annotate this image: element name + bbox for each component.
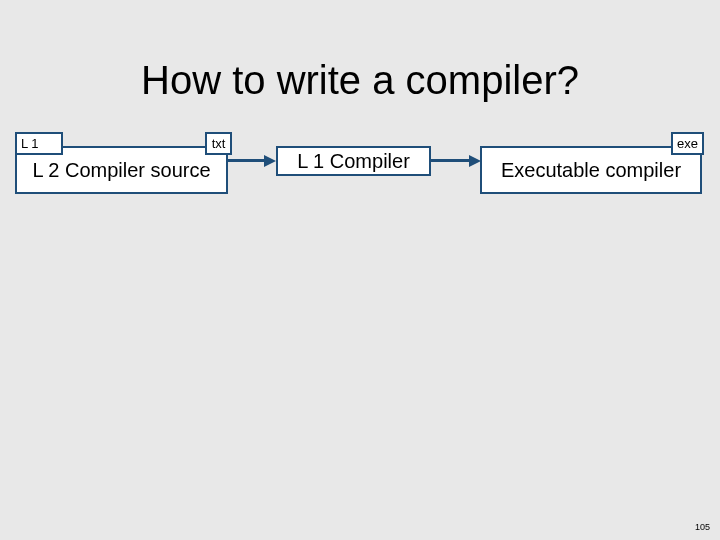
- label-box-exe: exe: [671, 132, 704, 155]
- page-number: 105: [695, 522, 710, 532]
- label-box-l1: L 1: [15, 132, 63, 155]
- label-l1-text: L 1: [21, 136, 39, 151]
- box-l1-compiler: L 1 Compiler: [276, 146, 431, 176]
- label-box-txt: txt: [205, 132, 232, 155]
- box-exec-compiler-text: Executable compiler: [501, 159, 681, 182]
- box-l1-compiler-text: L 1 Compiler: [297, 150, 410, 173]
- box-l2-source-text: L 2 Compiler source: [32, 159, 210, 182]
- arrow-line: [228, 159, 266, 162]
- arrow-line: [431, 159, 471, 162]
- box-executable-compiler: Executable compiler: [480, 146, 702, 194]
- arrow-head-icon: [264, 155, 276, 167]
- slide-title: How to write a compiler?: [0, 58, 720, 103]
- label-exe-text: exe: [677, 136, 698, 151]
- label-txt-text: txt: [212, 136, 226, 151]
